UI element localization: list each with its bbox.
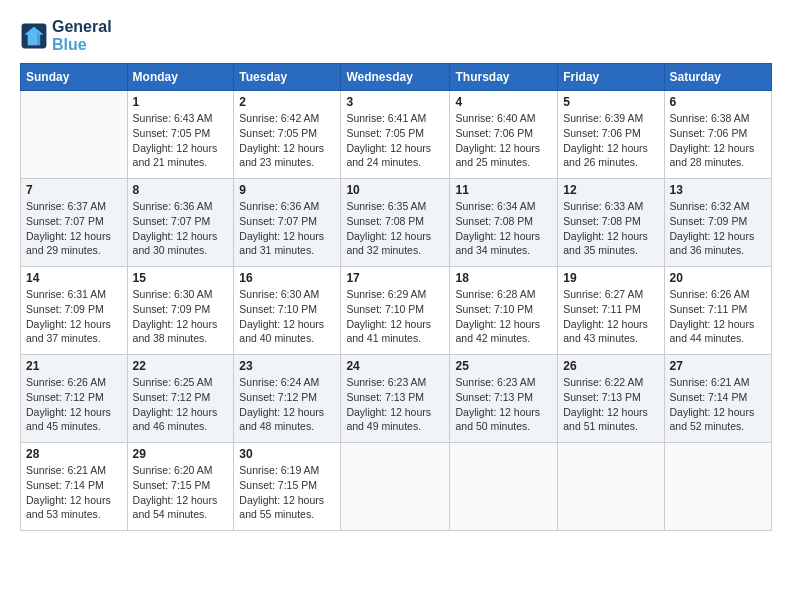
- day-info: Sunrise: 6:20 AMSunset: 7:15 PMDaylight:…: [133, 463, 229, 522]
- day-number: 17: [346, 271, 444, 285]
- calendar-cell: 9Sunrise: 6:36 AMSunset: 7:07 PMDaylight…: [234, 179, 341, 267]
- day-info: Sunrise: 6:43 AMSunset: 7:05 PMDaylight:…: [133, 111, 229, 170]
- calendar-cell: 17Sunrise: 6:29 AMSunset: 7:10 PMDayligh…: [341, 267, 450, 355]
- day-number: 10: [346, 183, 444, 197]
- calendar-cell: [341, 443, 450, 531]
- day-number: 30: [239, 447, 335, 461]
- day-info: Sunrise: 6:27 AMSunset: 7:11 PMDaylight:…: [563, 287, 658, 346]
- calendar-cell: 6Sunrise: 6:38 AMSunset: 7:06 PMDaylight…: [664, 91, 772, 179]
- calendar-cell: 25Sunrise: 6:23 AMSunset: 7:13 PMDayligh…: [450, 355, 558, 443]
- day-info: Sunrise: 6:22 AMSunset: 7:13 PMDaylight:…: [563, 375, 658, 434]
- logo: General Blue: [20, 18, 112, 53]
- calendar-cell: 14Sunrise: 6:31 AMSunset: 7:09 PMDayligh…: [21, 267, 128, 355]
- calendar-cell: 26Sunrise: 6:22 AMSunset: 7:13 PMDayligh…: [558, 355, 664, 443]
- day-info: Sunrise: 6:36 AMSunset: 7:07 PMDaylight:…: [239, 199, 335, 258]
- calendar-table: SundayMondayTuesdayWednesdayThursdayFrid…: [20, 63, 772, 531]
- weekday-header: Thursday: [450, 64, 558, 91]
- day-number: 15: [133, 271, 229, 285]
- day-info: Sunrise: 6:29 AMSunset: 7:10 PMDaylight:…: [346, 287, 444, 346]
- day-info: Sunrise: 6:40 AMSunset: 7:06 PMDaylight:…: [455, 111, 552, 170]
- day-info: Sunrise: 6:21 AMSunset: 7:14 PMDaylight:…: [26, 463, 122, 522]
- weekday-header: Wednesday: [341, 64, 450, 91]
- day-info: Sunrise: 6:23 AMSunset: 7:13 PMDaylight:…: [346, 375, 444, 434]
- day-number: 18: [455, 271, 552, 285]
- calendar-week-row: 7Sunrise: 6:37 AMSunset: 7:07 PMDaylight…: [21, 179, 772, 267]
- day-info: Sunrise: 6:37 AMSunset: 7:07 PMDaylight:…: [26, 199, 122, 258]
- weekday-header: Sunday: [21, 64, 128, 91]
- day-number: 14: [26, 271, 122, 285]
- day-number: 26: [563, 359, 658, 373]
- calendar-cell: [21, 91, 128, 179]
- day-number: 1: [133, 95, 229, 109]
- logo-icon: [20, 22, 48, 50]
- header: General Blue: [20, 18, 772, 53]
- day-info: Sunrise: 6:31 AMSunset: 7:09 PMDaylight:…: [26, 287, 122, 346]
- day-number: 2: [239, 95, 335, 109]
- calendar-cell: 15Sunrise: 6:30 AMSunset: 7:09 PMDayligh…: [127, 267, 234, 355]
- day-number: 13: [670, 183, 767, 197]
- calendar-cell: 5Sunrise: 6:39 AMSunset: 7:06 PMDaylight…: [558, 91, 664, 179]
- day-info: Sunrise: 6:26 AMSunset: 7:12 PMDaylight:…: [26, 375, 122, 434]
- day-number: 8: [133, 183, 229, 197]
- calendar-cell: 10Sunrise: 6:35 AMSunset: 7:08 PMDayligh…: [341, 179, 450, 267]
- day-info: Sunrise: 6:30 AMSunset: 7:09 PMDaylight:…: [133, 287, 229, 346]
- day-info: Sunrise: 6:23 AMSunset: 7:13 PMDaylight:…: [455, 375, 552, 434]
- day-number: 12: [563, 183, 658, 197]
- day-number: 3: [346, 95, 444, 109]
- day-info: Sunrise: 6:24 AMSunset: 7:12 PMDaylight:…: [239, 375, 335, 434]
- day-info: Sunrise: 6:32 AMSunset: 7:09 PMDaylight:…: [670, 199, 767, 258]
- weekday-header: Monday: [127, 64, 234, 91]
- day-number: 24: [346, 359, 444, 373]
- calendar-cell: 3Sunrise: 6:41 AMSunset: 7:05 PMDaylight…: [341, 91, 450, 179]
- calendar-cell: [450, 443, 558, 531]
- day-info: Sunrise: 6:34 AMSunset: 7:08 PMDaylight:…: [455, 199, 552, 258]
- calendar-cell: 13Sunrise: 6:32 AMSunset: 7:09 PMDayligh…: [664, 179, 772, 267]
- calendar-cell: 22Sunrise: 6:25 AMSunset: 7:12 PMDayligh…: [127, 355, 234, 443]
- day-number: 4: [455, 95, 552, 109]
- calendar-cell: 18Sunrise: 6:28 AMSunset: 7:10 PMDayligh…: [450, 267, 558, 355]
- day-number: 11: [455, 183, 552, 197]
- calendar-cell: 2Sunrise: 6:42 AMSunset: 7:05 PMDaylight…: [234, 91, 341, 179]
- day-number: 29: [133, 447, 229, 461]
- calendar-cell: 16Sunrise: 6:30 AMSunset: 7:10 PMDayligh…: [234, 267, 341, 355]
- calendar-cell: 8Sunrise: 6:36 AMSunset: 7:07 PMDaylight…: [127, 179, 234, 267]
- calendar-cell: 28Sunrise: 6:21 AMSunset: 7:14 PMDayligh…: [21, 443, 128, 531]
- day-info: Sunrise: 6:38 AMSunset: 7:06 PMDaylight:…: [670, 111, 767, 170]
- day-number: 21: [26, 359, 122, 373]
- calendar-cell: 27Sunrise: 6:21 AMSunset: 7:14 PMDayligh…: [664, 355, 772, 443]
- calendar-week-row: 14Sunrise: 6:31 AMSunset: 7:09 PMDayligh…: [21, 267, 772, 355]
- day-number: 20: [670, 271, 767, 285]
- day-info: Sunrise: 6:26 AMSunset: 7:11 PMDaylight:…: [670, 287, 767, 346]
- calendar-cell: 20Sunrise: 6:26 AMSunset: 7:11 PMDayligh…: [664, 267, 772, 355]
- calendar-cell: [664, 443, 772, 531]
- day-number: 22: [133, 359, 229, 373]
- day-info: Sunrise: 6:25 AMSunset: 7:12 PMDaylight:…: [133, 375, 229, 434]
- calendar-cell: 29Sunrise: 6:20 AMSunset: 7:15 PMDayligh…: [127, 443, 234, 531]
- day-number: 5: [563, 95, 658, 109]
- calendar-cell: 24Sunrise: 6:23 AMSunset: 7:13 PMDayligh…: [341, 355, 450, 443]
- day-info: Sunrise: 6:41 AMSunset: 7:05 PMDaylight:…: [346, 111, 444, 170]
- day-info: Sunrise: 6:39 AMSunset: 7:06 PMDaylight:…: [563, 111, 658, 170]
- calendar-cell: 21Sunrise: 6:26 AMSunset: 7:12 PMDayligh…: [21, 355, 128, 443]
- day-info: Sunrise: 6:19 AMSunset: 7:15 PMDaylight:…: [239, 463, 335, 522]
- day-info: Sunrise: 6:30 AMSunset: 7:10 PMDaylight:…: [239, 287, 335, 346]
- day-number: 6: [670, 95, 767, 109]
- day-number: 28: [26, 447, 122, 461]
- day-number: 27: [670, 359, 767, 373]
- day-number: 23: [239, 359, 335, 373]
- day-info: Sunrise: 6:35 AMSunset: 7:08 PMDaylight:…: [346, 199, 444, 258]
- day-number: 16: [239, 271, 335, 285]
- calendar-cell: 19Sunrise: 6:27 AMSunset: 7:11 PMDayligh…: [558, 267, 664, 355]
- calendar-cell: [558, 443, 664, 531]
- calendar-cell: 11Sunrise: 6:34 AMSunset: 7:08 PMDayligh…: [450, 179, 558, 267]
- calendar-cell: 1Sunrise: 6:43 AMSunset: 7:05 PMDaylight…: [127, 91, 234, 179]
- day-info: Sunrise: 6:21 AMSunset: 7:14 PMDaylight:…: [670, 375, 767, 434]
- weekday-header: Friday: [558, 64, 664, 91]
- day-info: Sunrise: 6:36 AMSunset: 7:07 PMDaylight:…: [133, 199, 229, 258]
- day-number: 25: [455, 359, 552, 373]
- calendar-week-row: 28Sunrise: 6:21 AMSunset: 7:14 PMDayligh…: [21, 443, 772, 531]
- day-number: 19: [563, 271, 658, 285]
- calendar-cell: 23Sunrise: 6:24 AMSunset: 7:12 PMDayligh…: [234, 355, 341, 443]
- weekday-header: Saturday: [664, 64, 772, 91]
- day-info: Sunrise: 6:28 AMSunset: 7:10 PMDaylight:…: [455, 287, 552, 346]
